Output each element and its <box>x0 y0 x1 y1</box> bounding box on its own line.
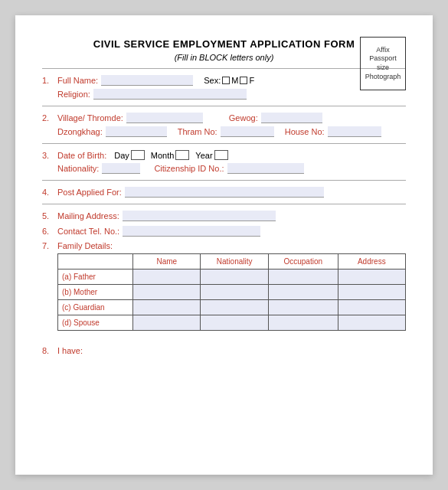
num-1: 1. <box>42 76 57 85</box>
form-subtitle: (Fill in BLOCK letters only) <box>42 53 406 62</box>
col-header-0 <box>58 254 133 270</box>
nationality-input[interactable] <box>102 163 140 174</box>
sex-f-checkbox[interactable] <box>240 77 247 84</box>
spouse-nationality[interactable] <box>201 315 268 331</box>
guardian-nationality[interactable] <box>201 300 268 315</box>
num-2: 2. <box>42 113 57 122</box>
sex-label: Sex: <box>204 76 221 85</box>
year-input[interactable] <box>214 150 228 160</box>
spouse-occupation[interactable] <box>268 315 338 331</box>
section-3: 3. Date of Birth: Day Month Year Nationa… <box>42 150 406 174</box>
dzongkhag-label: Dzongkhag: <box>57 127 103 136</box>
citizenship-label: Citizenship ID No.: <box>154 164 224 173</box>
sex-f-text: F <box>249 76 254 85</box>
guardian-name[interactable] <box>133 300 201 315</box>
section-7: 7. Family Details: Name Nationality Occu… <box>42 241 406 331</box>
month-input[interactable] <box>175 150 189 160</box>
num-5: 5. <box>42 211 57 220</box>
guardian-occupation[interactable] <box>268 300 338 315</box>
table-row: (a) Father <box>58 270 406 285</box>
contact-label: Contact Tel. No.: <box>57 227 119 236</box>
mailing-label: Mailing Address: <box>57 211 119 220</box>
guardian-address[interactable] <box>338 300 405 315</box>
nationality-label: Nationality: <box>57 164 99 173</box>
section-5: 5. Mailing Address: <box>42 211 406 221</box>
full-name-label: Full Name: <box>57 76 98 85</box>
mother-nationality[interactable] <box>201 285 268 300</box>
thram-input[interactable] <box>221 126 274 137</box>
father-address[interactable] <box>338 270 405 285</box>
divider-3 <box>42 143 406 144</box>
gewog-label: Gewog: <box>229 113 258 122</box>
dzongkhag-input[interactable] <box>106 126 167 137</box>
mother-occupation[interactable] <box>268 285 338 300</box>
sex-m-checkbox[interactable] <box>222 77 230 84</box>
contact-input[interactable] <box>123 226 260 237</box>
mother-name[interactable] <box>133 285 201 300</box>
family-table: Name Nationality Occupation Address (a) … <box>57 253 406 331</box>
num-4: 4. <box>42 188 57 197</box>
divider-2 <box>42 106 406 106</box>
village-input[interactable] <box>126 113 203 123</box>
application-form: CIVIL SERVICE EMPLOYMENT APPLICATION FOR… <box>15 15 433 475</box>
full-name-input[interactable] <box>101 75 193 86</box>
father-name[interactable] <box>133 270 201 285</box>
father-nationality[interactable] <box>201 270 268 285</box>
row-label-guardian: (c) Guardian <box>58 300 133 315</box>
religion-input[interactable] <box>93 89 247 100</box>
section-4: 4. Post Applied For: <box>42 187 406 198</box>
mailing-input[interactable] <box>123 211 276 221</box>
month-label: Month <box>151 151 175 160</box>
section-6: 6. Contact Tel. No.: <box>42 226 406 237</box>
mother-address[interactable] <box>338 285 405 300</box>
section-1: 1. Full Name: Sex: M F Religion: <box>42 75 406 100</box>
family-label: Family Details: <box>57 241 113 250</box>
table-row: (b) Mother <box>58 285 406 300</box>
year-label: Year <box>195 151 212 160</box>
num-7: 7. <box>42 241 57 250</box>
spouse-name[interactable] <box>133 315 201 331</box>
passport-box: Affix Passport size Photograph <box>360 37 406 90</box>
num-6: 6. <box>42 227 57 236</box>
table-row: (d) Spouse <box>58 315 406 331</box>
dob-label: Date of Birth: <box>57 151 106 160</box>
father-occupation[interactable] <box>268 270 338 285</box>
row-label-mother: (b) Mother <box>58 285 133 300</box>
section-2: 2. Village/ Thromde: Gewog: Dzongkhag: T… <box>42 113 406 137</box>
table-row: (c) Guardian <box>58 300 406 315</box>
day-input[interactable] <box>131 150 145 160</box>
day-label: Day <box>114 151 129 160</box>
row-label-father: (a) Father <box>58 270 133 285</box>
sex-m-text: M <box>231 76 238 85</box>
row-label-spouse: (d) Spouse <box>58 315 133 331</box>
col-header-name: Name <box>133 254 201 270</box>
col-header-address: Address <box>338 254 405 270</box>
divider-4 <box>42 180 406 181</box>
post-input[interactable] <box>125 187 324 198</box>
divider-1 <box>42 68 406 69</box>
divider-5 <box>42 204 406 204</box>
spouse-address[interactable] <box>338 315 405 331</box>
gewog-input[interactable] <box>261 113 322 123</box>
post-label: Post Applied For: <box>57 188 122 197</box>
num-8: 8. <box>42 346 57 355</box>
col-header-nationality: Nationality <box>201 254 268 270</box>
section-8: 8. I have: <box>42 346 406 355</box>
thram-label: Thram No: <box>178 127 217 136</box>
house-label: House No: <box>285 127 325 136</box>
num-3: 3. <box>42 151 57 160</box>
religion-label: Religion: <box>57 90 90 99</box>
village-label: Village/ Thromde: <box>57 113 123 122</box>
col-header-occupation: Occupation <box>268 254 338 270</box>
citizenship-input[interactable] <box>227 163 304 174</box>
form-title: CIVIL SERVICE EMPLOYMENT APPLICATION FOR… <box>42 38 406 50</box>
last-label: I have: <box>57 346 83 355</box>
house-input[interactable] <box>328 126 381 137</box>
